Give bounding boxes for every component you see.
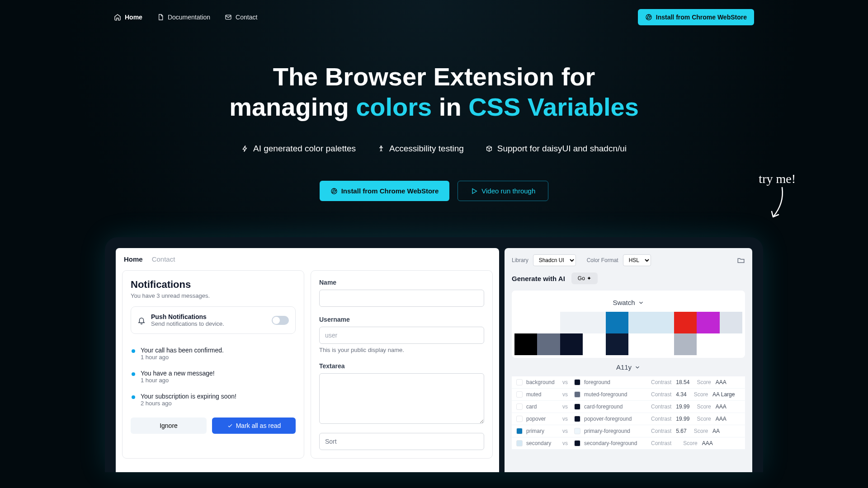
nav-contact[interactable]: Contact bbox=[225, 14, 257, 21]
arrow-icon bbox=[769, 185, 787, 221]
swatch-cell[interactable] bbox=[537, 312, 560, 333]
notifications-subtitle: You have 3 unread messages. bbox=[131, 292, 296, 299]
swatch-cell[interactable] bbox=[674, 312, 697, 333]
swatch-cell[interactable] bbox=[514, 333, 537, 355]
swatch-cell[interactable] bbox=[628, 312, 651, 333]
nav-docs[interactable]: Documentation bbox=[157, 14, 210, 21]
chevron-down-icon[interactable] bbox=[634, 364, 641, 371]
library-select[interactable]: Shadcn UI bbox=[533, 254, 576, 266]
swatch-title: Swatch bbox=[613, 299, 635, 306]
home-icon bbox=[114, 14, 121, 21]
swatch-cell[interactable] bbox=[720, 312, 742, 333]
go-button[interactable]: Go ✦ bbox=[571, 272, 598, 284]
chrome-icon bbox=[330, 188, 338, 195]
notifications-card: Notifications You have 3 unread messages… bbox=[122, 270, 304, 459]
a11y-row: mutedvsmuted-foregroundContrast4.34Score… bbox=[512, 389, 745, 401]
swatch-cell[interactable] bbox=[606, 333, 628, 355]
notification-item: Your call has been confirmed.1 hour ago bbox=[131, 342, 296, 365]
notification-item: Your subscription is expiring soon!2 hou… bbox=[131, 388, 296, 411]
generate-title: Generate with AI bbox=[512, 275, 565, 282]
mark-all-label: Mark all as read bbox=[236, 422, 281, 429]
feature-support: Support for daisyUI and shadcn/ui bbox=[486, 144, 627, 154]
dot-icon bbox=[132, 372, 135, 376]
tab-home[interactable]: Home bbox=[124, 255, 143, 263]
sort-select[interactable]: Sort bbox=[319, 433, 484, 450]
username-helper: This is your public display name. bbox=[319, 347, 484, 353]
mockup-frame: Home Contact Notifications You have 3 un… bbox=[105, 237, 763, 472]
bell-icon bbox=[137, 316, 146, 324]
document-icon bbox=[157, 14, 164, 21]
chrome-icon bbox=[645, 14, 652, 21]
video-button-label: Video run through bbox=[481, 187, 535, 195]
install-button-hero[interactable]: Install from Chrome WebStore bbox=[320, 181, 450, 201]
a11y-row: secondaryvssecondary-foregroundContrastS… bbox=[512, 437, 745, 450]
dot-icon bbox=[132, 395, 135, 399]
install-button-top[interactable]: Install from Chrome WebStore bbox=[638, 9, 754, 25]
hero-title: The Browser Extension for managing color… bbox=[114, 61, 754, 122]
nav-home[interactable]: Home bbox=[114, 14, 142, 21]
swatch-cell[interactable] bbox=[674, 333, 697, 355]
install-button-top-label: Install from Chrome WebStore bbox=[656, 14, 747, 21]
username-label: Username bbox=[319, 316, 484, 323]
nav-contact-label: Contact bbox=[236, 14, 257, 21]
username-input[interactable] bbox=[319, 327, 484, 344]
svg-point-3 bbox=[381, 146, 382, 147]
go-label: Go bbox=[578, 275, 585, 282]
format-select[interactable]: HSL bbox=[623, 254, 651, 266]
swatch-cell[interactable] bbox=[560, 312, 583, 333]
swatch-cell[interactable] bbox=[697, 312, 719, 333]
ignore-button[interactable]: Ignore bbox=[131, 418, 207, 434]
folder-icon[interactable] bbox=[737, 256, 745, 264]
bolt-icon bbox=[241, 145, 249, 152]
sparkle-icon: ✦ bbox=[587, 275, 591, 282]
swatch-cell[interactable] bbox=[606, 312, 628, 333]
tab-contact[interactable]: Contact bbox=[152, 255, 175, 263]
swatch-cell[interactable] bbox=[560, 333, 583, 355]
push-title: Push Notifications bbox=[151, 313, 224, 320]
feature-a11y: Accessibility testing bbox=[377, 144, 464, 154]
dot-icon bbox=[132, 349, 135, 353]
name-input[interactable] bbox=[319, 290, 484, 307]
chevron-down-icon[interactable] bbox=[638, 300, 644, 306]
notifications-title: Notifications bbox=[131, 279, 296, 291]
swatch-cell[interactable] bbox=[651, 312, 674, 333]
format-label: Color Format bbox=[587, 257, 618, 263]
swatch-cell[interactable] bbox=[514, 312, 537, 333]
form-card: Name Username This is your public displa… bbox=[311, 270, 493, 459]
a11y-row: backgroundvsforegroundContrast18.54Score… bbox=[512, 376, 745, 389]
video-button[interactable]: Video run through bbox=[458, 181, 548, 201]
check-icon bbox=[227, 422, 233, 429]
textarea-label: Textarea bbox=[319, 362, 484, 370]
swatch-cell[interactable] bbox=[628, 333, 651, 355]
swatch-cell[interactable] bbox=[651, 333, 674, 355]
a11y-title: A11y bbox=[616, 363, 632, 371]
mail-icon bbox=[225, 14, 232, 21]
cube-icon bbox=[486, 145, 493, 152]
textarea-input[interactable] bbox=[319, 373, 484, 424]
a11y-row: popovervspopover-foregroundContrast19.99… bbox=[512, 413, 745, 425]
swatch-cell[interactable] bbox=[583, 333, 605, 355]
a11y-row: cardvscard-foregroundContrast19.99ScoreA… bbox=[512, 401, 745, 413]
push-toggle[interactable] bbox=[272, 316, 289, 325]
library-label: Library bbox=[512, 257, 528, 263]
accessibility-icon bbox=[377, 145, 385, 152]
feature-ai: AI generated color palettes bbox=[241, 144, 356, 154]
mark-all-button[interactable]: Mark all as read bbox=[212, 418, 296, 434]
nav-docs-label: Documentation bbox=[168, 14, 210, 21]
swatch-cell[interactable] bbox=[583, 312, 605, 333]
play-icon bbox=[471, 188, 478, 195]
a11y-row: primaryvsprimary-foregroundContrast5.67S… bbox=[512, 425, 745, 437]
install-button-hero-label: Install from Chrome WebStore bbox=[341, 187, 439, 195]
name-label: Name bbox=[319, 279, 484, 286]
push-subtitle: Send notifications to device. bbox=[151, 320, 224, 327]
tryme-callout: try me! bbox=[759, 172, 796, 186]
nav-home-label: Home bbox=[125, 14, 142, 21]
notification-item: You have a new message!1 hour ago bbox=[131, 365, 296, 388]
swatch-cell[interactable] bbox=[537, 333, 560, 355]
